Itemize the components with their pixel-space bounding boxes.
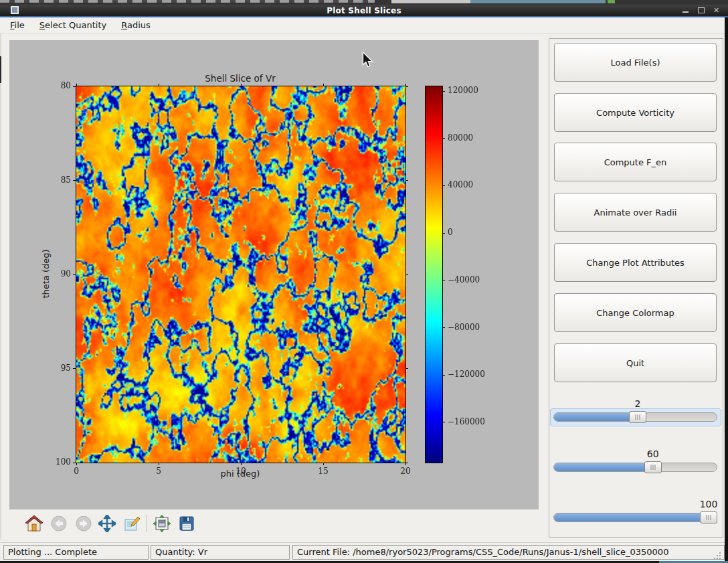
y-tickmark (73, 274, 76, 275)
colorbar-tick-label: 0 (448, 228, 453, 237)
slider-fill-2 (554, 463, 654, 471)
x-tick-label: 15 (318, 467, 328, 476)
close-button[interactable]: ✕ (713, 7, 720, 14)
plot-axes[interactable]: 0510152080859095100 (76, 86, 406, 463)
status-quantity: Quantity: Vr (151, 545, 290, 560)
background-green-fragment (608, 0, 615, 3)
y-tick-label: 95 (44, 364, 71, 373)
subplots-icon[interactable] (153, 515, 171, 532)
y-tickmark-right (405, 368, 408, 369)
x-tickmark (323, 463, 324, 465)
slider-handle-1[interactable] (629, 411, 646, 423)
resize-grip[interactable] (713, 551, 721, 559)
y-tickmark (73, 368, 76, 369)
x-tick-label: 10 (236, 467, 246, 476)
menu-file[interactable]: File (3, 18, 32, 32)
colorbar-tick-label: 80000 (448, 133, 473, 143)
colorbar-tick-label: −160000 (448, 417, 485, 426)
pan-icon[interactable] (98, 515, 116, 532)
slider-fill-3 (554, 513, 710, 521)
desktop-right-edge (725, 17, 728, 563)
colorbar-tickmark (442, 327, 445, 328)
statusbar: Plotting ... Complete Quantity: Vr Curre… (0, 542, 725, 562)
x-tickmark-top (241, 84, 242, 86)
slider-value-2: 60 (647, 449, 659, 459)
colorbar-tickmark (442, 233, 445, 234)
change-colormap-button[interactable]: Change Colormap (554, 293, 717, 332)
x-tick-label: 0 (74, 467, 79, 476)
slider-value-3: 100 (700, 499, 718, 509)
colorbar-tickmark (442, 91, 445, 92)
slider-row-2: 60 (553, 449, 717, 477)
home-icon[interactable] (25, 515, 43, 532)
slider-row-1: 2 (553, 398, 717, 426)
y-tick-label: 85 (44, 175, 71, 185)
colorbar-tickmark (442, 375, 445, 376)
quit-button[interactable]: Quit (554, 343, 717, 382)
status-plotting: Plotting ... Complete (3, 545, 149, 560)
colorbar-tick-label: 120000 (448, 86, 478, 95)
colorbar-tick-label: −40000 (448, 275, 480, 285)
x-tickmark-top (159, 84, 159, 86)
forward-icon[interactable] (75, 515, 92, 532)
screen: Plot Shell Slices ✕ File Select Quantity… (0, 0, 728, 563)
colorbar-tickmark (442, 138, 445, 139)
y-tickmark (73, 463, 76, 463)
window-border-mark (0, 56, 1, 83)
y-tick-label: 100 (44, 457, 71, 467)
y-tickmark-right (405, 463, 408, 463)
slider-handle-3[interactable] (700, 511, 717, 524)
zoom-icon[interactable] (123, 515, 141, 532)
colorbar-canvas (426, 86, 442, 463)
status-current-file: Current File: /home8/ryor5023/Programs/C… (292, 545, 725, 560)
x-tick-label: 5 (156, 467, 161, 476)
change-plot-attributes-button[interactable]: Change Plot Attributes (554, 243, 717, 282)
x-tickmark (241, 463, 242, 465)
slider-track-2[interactable] (553, 463, 717, 472)
window-left-border (0, 17, 1, 540)
titlebar[interactable]: Plot Shell Slices ✕ (0, 5, 728, 16)
colorbar: 12000080000400000−40000−80000−120000−160… (425, 86, 443, 463)
toolbar-separator (146, 515, 147, 532)
colorbar-tick-label: 40000 (448, 180, 473, 189)
maximize-button[interactable] (697, 7, 705, 14)
window-title: Plot Shell Slices (0, 6, 728, 15)
save-icon[interactable] (178, 515, 195, 532)
background-toolbar-fragment (391, 0, 470, 3)
x-tickmark-top (323, 84, 324, 86)
x-tickmark (405, 463, 406, 465)
compute-vorticity-button[interactable]: Compute Vorticity (554, 93, 717, 132)
slider-fill-1 (554, 413, 639, 421)
x-tickmark (159, 463, 159, 465)
slider-row-3: 100 (553, 499, 717, 527)
colorbar-tickmark (442, 280, 445, 280)
animate-over-radii-button[interactable]: Animate over Radii (554, 193, 717, 232)
menu-radius[interactable]: Radius (114, 18, 158, 32)
app-icon (11, 6, 19, 14)
menu-select-quantity[interactable]: Select Quantity (32, 18, 114, 32)
back-icon[interactable] (50, 515, 68, 532)
slider-handle-2[interactable] (644, 461, 662, 473)
background-window-title-blur (0, 0, 375, 3)
load-files-button[interactable]: Load File(s) (554, 43, 717, 82)
heatmap-canvas[interactable] (76, 86, 405, 463)
y-tickmark-right (405, 274, 408, 275)
colorbar-tick-label: −80000 (448, 323, 480, 332)
y-tick-label: 90 (44, 269, 71, 278)
plot-toolbar (9, 511, 539, 536)
background-window-sliver (0, 0, 728, 5)
figure-canvas: Shell Slice of Vr theta (deg) phi (deg) … (9, 40, 539, 509)
x-tickmark-top (76, 84, 77, 86)
colorbar-tickmark (442, 422, 445, 422)
background-blue-fragment (470, 0, 606, 3)
y-tickmark (73, 86, 76, 87)
y-tickmark-right (405, 86, 408, 87)
x-tickmark (76, 463, 77, 465)
x-tick-label: 20 (400, 467, 410, 476)
colorbar-tickmark (442, 185, 445, 186)
colorbar-tick-label: −120000 (448, 370, 485, 379)
menubar: File Select Quantity Radius (0, 17, 725, 33)
minimize-button[interactable] (682, 7, 689, 14)
slider-track-3[interactable] (553, 513, 717, 522)
compute-fen-button[interactable]: Compute F_en (554, 143, 717, 181)
